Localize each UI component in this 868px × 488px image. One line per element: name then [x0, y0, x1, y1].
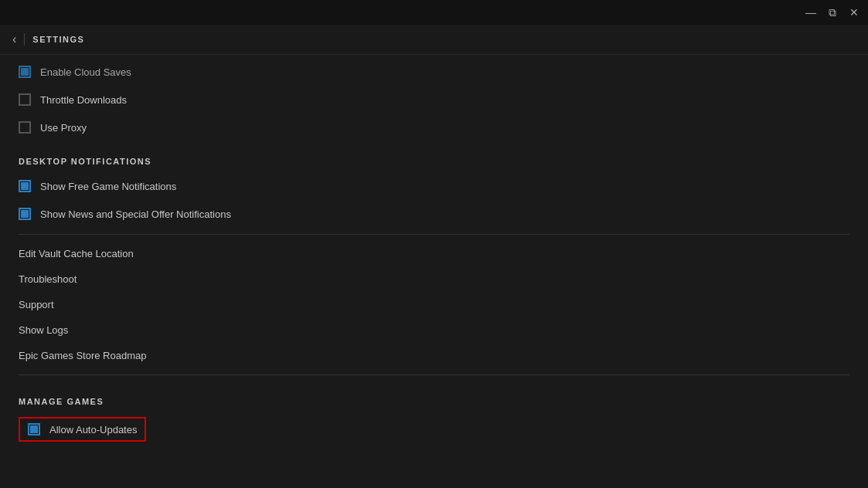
desktop-notifications-header: DESKTOP NOTIFICATIONS — [19, 141, 849, 172]
restore-button[interactable]: ⧉ — [825, 5, 840, 20]
close-button[interactable]: ✕ — [846, 5, 862, 20]
link-edit-vault[interactable]: Edit Vault Cache Location — [19, 241, 849, 266]
title-bar-controls: — ⧉ ✕ — [803, 5, 862, 20]
checkbox-allow-auto-updates — [28, 423, 40, 435]
checkbox-item-free-game[interactable]: Show Free Game Notifications — [19, 172, 849, 200]
link-support[interactable]: Support — [19, 292, 849, 317]
checkbox-free-game — [19, 180, 31, 192]
header-divider — [24, 33, 25, 46]
divider-1 — [19, 234, 849, 235]
minimize-button[interactable]: — — [803, 5, 819, 20]
link-show-logs[interactable]: Show Logs — [19, 317, 849, 343]
checkbox-item-use-proxy[interactable]: Use Proxy — [19, 114, 849, 141]
allow-auto-updates-highlight[interactable]: Allow Auto-Updates — [19, 417, 146, 442]
divider-2 — [19, 374, 849, 375]
checkbox-label-use-proxy: Use Proxy — [40, 122, 87, 134]
checkbox-throttle-downloads — [19, 93, 31, 106]
checkbox-cloud-saves — [19, 66, 31, 78]
link-roadmap[interactable]: Epic Games Store Roadmap — [19, 343, 849, 368]
checkbox-news-offer — [19, 208, 31, 220]
checkbox-label-allow-auto-updates: Allow Auto-Updates — [49, 424, 137, 435]
settings-title: SETTINGS — [32, 35, 84, 44]
back-button[interactable]: ‹ — [12, 32, 16, 46]
link-troubleshoot[interactable]: Troubleshoot — [19, 266, 849, 292]
checkbox-label-cloud-saves: Enable Cloud Saves — [40, 66, 131, 78]
checkbox-use-proxy — [19, 121, 31, 134]
checkbox-item-throttle-downloads[interactable]: Throttle Downloads — [19, 86, 849, 114]
checkbox-label-news-offer: Show News and Special Offer Notification… — [40, 208, 231, 220]
checkbox-label-free-game: Show Free Game Notifications — [40, 181, 176, 192]
checkbox-item-cloud-saves[interactable]: Enable Cloud Saves — [19, 61, 849, 83]
content-wrapper: Enable Cloud Saves Throttle Downloads Us… — [0, 55, 868, 486]
checkbox-label-throttle-downloads: Throttle Downloads — [40, 94, 127, 106]
settings-content: Enable Cloud Saves Throttle Downloads Us… — [0, 55, 868, 486]
settings-header: ‹ SETTINGS — [0, 25, 868, 55]
title-bar: — ⧉ ✕ — [0, 0, 868, 25]
top-partial-area: Enable Cloud Saves — [19, 55, 849, 86]
checkbox-item-news-offer[interactable]: Show News and Special Offer Notification… — [19, 200, 849, 228]
manage-games-header: MANAGE GAMES — [19, 381, 849, 412]
